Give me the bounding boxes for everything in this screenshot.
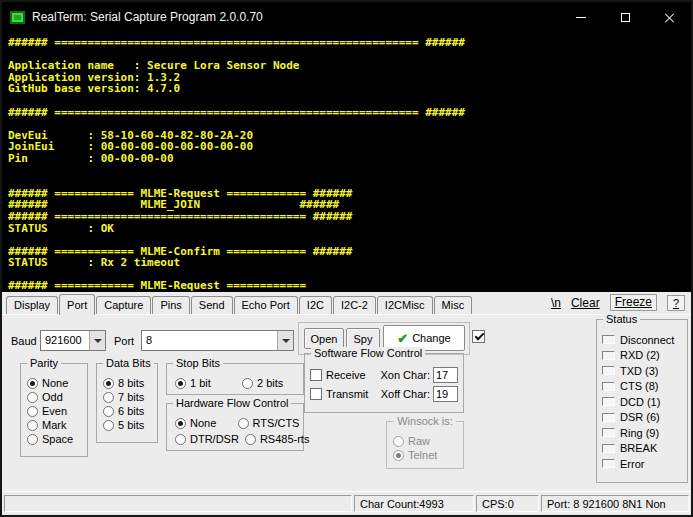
tab-send[interactable]: Send: [191, 296, 233, 314]
status-label: RXD (2): [620, 349, 660, 361]
option-label: Mark: [42, 419, 66, 431]
xoff-char-label: Xoff Char:: [381, 388, 430, 400]
status-indicator-error[interactable]: Error: [602, 456, 687, 472]
data-bits-option-5[interactable]: 5 bits: [103, 418, 157, 432]
spy-button[interactable]: Spy: [346, 328, 380, 349]
status-label: DSR (6): [620, 411, 660, 423]
status-indicator-disconnect[interactable]: Disconnect: [602, 332, 687, 348]
parity-group-title: Parity: [27, 357, 61, 369]
xon-char-input[interactable]: [433, 367, 458, 383]
led-box-icon: [602, 366, 615, 375]
option-label: 6 bits: [118, 405, 144, 417]
minimize-icon: [576, 17, 586, 18]
status-label: TXD (3): [620, 365, 659, 377]
port-info: Port: 8 921600 8N1 Non: [547, 498, 666, 510]
status-label: BREAK: [620, 442, 657, 454]
tab-display[interactable]: Display: [6, 296, 58, 314]
parity-option-space[interactable]: Space: [27, 432, 87, 446]
stop-bits-option-1[interactable]: 1 bit: [175, 376, 236, 390]
parity-option-mark[interactable]: Mark: [27, 418, 87, 432]
titlebar[interactable]: RealTerm: Serial Capture Program 2.0.0.7…: [2, 2, 691, 32]
led-box-icon: [602, 351, 615, 360]
winsock-group: Winsock is: Raw Telnet: [386, 421, 464, 469]
port-combo[interactable]: 8: [141, 330, 294, 351]
data-bits-group-title: Data Bits: [103, 357, 154, 369]
status-indicator-rxd[interactable]: RXD (2): [602, 348, 687, 364]
radio-icon: [175, 378, 186, 389]
radio-icon: [393, 436, 404, 447]
status-indicator-cts[interactable]: CTS (8): [602, 379, 687, 395]
app-icon: [10, 11, 25, 24]
tab-port[interactable]: Port: [59, 294, 95, 315]
minimize-button[interactable]: [559, 2, 603, 32]
status-indicator-dcd[interactable]: DCD (1): [602, 394, 687, 410]
xoff-char-input[interactable]: [433, 386, 458, 402]
tab-i2c[interactable]: I2C: [299, 296, 332, 314]
stop-bits-group-title: Stop Bits: [173, 357, 223, 369]
data-bits-option-6[interactable]: 6 bits: [103, 404, 157, 418]
winsock-option-raw[interactable]: Raw: [393, 434, 463, 448]
status-indicator-ring[interactable]: Ring (9): [602, 425, 687, 441]
checkbox-icon: [310, 388, 322, 400]
hw-flow-option-rts-cts[interactable]: RTS/CTS: [238, 416, 303, 430]
help-button[interactable]: ?: [667, 295, 685, 311]
tab-echo-port[interactable]: Echo Port: [234, 296, 298, 314]
data-bits-option-8[interactable]: 8 bits: [103, 376, 157, 390]
checkbox-icon: [310, 369, 322, 381]
clear-link[interactable]: Clear: [571, 296, 600, 310]
status-indicator-txd[interactable]: TXD (3): [602, 363, 687, 379]
parity-group: Parity None Odd Even Mark Space: [20, 363, 88, 457]
option-label: Even: [42, 405, 67, 417]
terminal-output[interactable]: ###### =================================…: [2, 32, 691, 292]
hw-flow-option-dtr-dsr[interactable]: DTR/DSR: [175, 432, 239, 446]
radio-icon: [27, 420, 38, 431]
newline-link[interactable]: \n: [551, 296, 561, 310]
close-icon: [664, 12, 675, 23]
parity-option-even[interactable]: Even: [27, 404, 87, 418]
close-button[interactable]: [647, 2, 691, 32]
led-box-icon: [602, 459, 615, 468]
winsock-group-title: Winsock is:: [394, 415, 456, 427]
transmit-checkbox[interactable]: Transmit: [310, 387, 368, 401]
stop-bits-option-2[interactable]: 2 bits: [242, 376, 303, 390]
option-label: 8 bits: [118, 377, 144, 389]
data-bits-option-7[interactable]: 7 bits: [103, 390, 157, 404]
terminal-text: ###### =================================…: [8, 37, 691, 292]
radio-icon: [103, 406, 114, 417]
chevron-down-icon[interactable]: [277, 331, 293, 350]
option-label: Raw: [408, 435, 430, 447]
radio-icon: [27, 378, 38, 389]
receive-checkbox[interactable]: Receive: [310, 368, 366, 382]
port-tab-panel: Baud 921600 Port 8 Open Spy Change Parit…: [2, 315, 691, 491]
tab-capture[interactable]: Capture: [96, 296, 151, 314]
option-label: Transmit: [326, 388, 368, 400]
baud-combo[interactable]: 921600: [40, 330, 106, 351]
tab-pins[interactable]: Pins: [152, 296, 189, 314]
window-title: RealTerm: Serial Capture Program 2.0.0.7…: [32, 10, 263, 24]
freeze-link[interactable]: Freeze: [610, 294, 657, 311]
char-count-segment: Char Count:4993: [354, 495, 474, 512]
chevron-down-icon[interactable]: [89, 331, 105, 350]
winsock-option-telnet[interactable]: Telnet: [393, 448, 463, 462]
tab-misc[interactable]: Misc: [434, 296, 473, 314]
option-label: None: [42, 377, 68, 389]
cps-segment: CPS:0: [476, 495, 539, 512]
radio-icon: [238, 418, 249, 429]
radio-icon: [27, 392, 38, 403]
tab-i2cmisc[interactable]: I2CMisc: [377, 296, 433, 314]
maximize-button[interactable]: [603, 2, 647, 32]
tab-bar: Display Port Capture Pins Send Echo Port…: [2, 292, 691, 315]
change-confirm-checkbox[interactable]: [472, 330, 485, 343]
radio-icon: [242, 378, 253, 389]
status-indicator-break[interactable]: BREAK: [602, 441, 687, 457]
parity-option-none[interactable]: None: [27, 376, 87, 390]
baud-value: 921600: [41, 331, 89, 350]
parity-option-odd[interactable]: Odd: [27, 390, 87, 404]
status-indicator-dsr[interactable]: DSR (6): [602, 410, 687, 426]
hw-flow-option-rs485[interactable]: RS485-rts: [245, 432, 310, 446]
open-button[interactable]: Open: [304, 328, 344, 349]
hw-flow-option-none[interactable]: None: [175, 416, 232, 430]
data-bits-group: Data Bits 8 bits 7 bits 6 bits 5 bits: [96, 363, 158, 443]
tab-i2c-2[interactable]: I2C-2: [333, 296, 376, 314]
xon-char-label: Xon Char:: [380, 369, 430, 381]
